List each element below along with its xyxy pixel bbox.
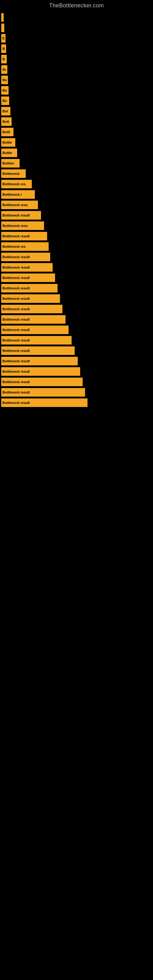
bar-label: Bottleneck result — [2, 318, 30, 321]
bar-label: Bottleneck result — [2, 370, 30, 373]
bar-label: Bottleneck result — [2, 297, 30, 301]
bar-item: Bo — [1, 76, 8, 84]
bar-label: Bottleneck resu — [2, 224, 28, 228]
bar-item: Bottleneck result — [1, 284, 57, 293]
bar-label: B — [2, 47, 5, 51]
bar-label: Bottleneck result — [2, 328, 30, 332]
bar-label: Bottleneck result — [2, 401, 30, 404]
bar-label: Bottle — [2, 151, 12, 155]
bar-row: Bottle — [0, 138, 153, 147]
bar-row: Bottleneck result — [0, 388, 153, 396]
bar-item: Bottleneck result — [1, 367, 80, 376]
bar-item: Bott — [1, 117, 12, 126]
bar-item: Bottleneck result — [1, 388, 85, 396]
bar-item: Bottleneck result — [1, 211, 41, 220]
bar-row: Bottleneck result — [0, 367, 153, 376]
bar-label: Bo — [2, 89, 7, 92]
bar-row: Bottleneck result — [0, 294, 153, 303]
bar-item: Bottleneck result — [1, 398, 88, 407]
bar-row — [0, 13, 153, 22]
bar-row: Bottleneck res — [0, 242, 153, 251]
bar-item: Bo — [1, 65, 7, 74]
bar-item: Bottleneck r — [1, 190, 35, 199]
bar-label: Bot — [2, 109, 8, 113]
bar-row: Bottleneck result — [0, 253, 153, 261]
bar-label: Bottleneck r — [2, 192, 22, 196]
bar-row: Bottleneck res — [0, 180, 153, 188]
bar-row: B — [0, 34, 153, 43]
bar-label: Bottleneck result — [2, 349, 30, 353]
bar-item: Bottleneck resu — [1, 200, 38, 209]
site-title: TheBottlenecker.com — [0, 0, 153, 10]
bar-row: Bottleneck result — [0, 336, 153, 345]
bar-label: Bottleneck result — [2, 213, 30, 217]
bar-item: Bottle — [1, 138, 15, 147]
bar-item: Bottleneck result — [1, 378, 83, 386]
bar-row: Bo — [0, 86, 153, 95]
bar-item: Bottleneck resu — [1, 221, 44, 230]
bar-item: Bottlen — [1, 159, 19, 167]
bar-row: Bottleneck result — [0, 357, 153, 365]
bar-row: Bottleneck result — [0, 378, 153, 386]
bar-row: Bottle — [0, 148, 153, 157]
bar-row: Bottleneck result — [0, 398, 153, 407]
bar-label: Bottl — [2, 130, 10, 134]
bar-item: Bottl — [1, 128, 13, 136]
bar-row: Bot — [0, 107, 153, 115]
bar-label: Bottleneck result — [2, 307, 30, 311]
bar-label: Bo — [2, 99, 7, 103]
bar-label: Bo — [2, 68, 6, 72]
bar-label: Bottleneck result — [2, 276, 30, 280]
bar-label: Bott — [2, 120, 9, 123]
bar-row: Bottleneck result — [0, 232, 153, 240]
bar-label: Bo — [2, 78, 7, 82]
bar-row: Bottleneck result — [0, 284, 153, 293]
bar-row: Bottleneck r — [0, 190, 153, 199]
bar-item: Bo — [1, 86, 9, 95]
bar-item: Bottleneck result — [1, 336, 72, 345]
bar-row: Bottleneck result — [0, 274, 153, 282]
bar-row: Bo — [0, 97, 153, 105]
bar-label: Bottleneck result — [2, 390, 30, 394]
bar-label: Bottlen — [2, 161, 14, 165]
bar-row: Bottleneck result — [0, 346, 153, 355]
bar-label: B — [2, 37, 4, 40]
bar-label: Bottleneck result — [2, 266, 30, 269]
bar-row: Bottlen — [0, 159, 153, 167]
bar-item: B — [1, 34, 5, 43]
bar-row: Bottleneck result — [0, 305, 153, 313]
bar-row: Bottleneck result — [0, 315, 153, 324]
bar-label: Bottleneck result — [2, 339, 30, 342]
bar-row: Bott — [0, 117, 153, 126]
bar-label: Bottleneck res — [2, 182, 26, 186]
bar-label: B — [2, 57, 5, 61]
bar-label: Bottleneck res — [2, 245, 26, 248]
bar-label: Bottleneck result — [2, 286, 30, 290]
bar-row — [0, 24, 153, 32]
bar-row: Bottleneck resu — [0, 200, 153, 209]
bar-label: Bottleneck — [2, 172, 19, 175]
bar-row: Bottleneck resu — [0, 221, 153, 230]
bars-container: BBBBoBoBoBoBotBottBottlBottleBottleBottl… — [0, 10, 153, 409]
bar-label: Bottleneck result — [2, 380, 30, 384]
bar-row: Bo — [0, 76, 153, 84]
bar-item: Bottleneck result — [1, 294, 60, 303]
bar-item: Bottleneck result — [1, 357, 78, 365]
bar-row: Bottleneck result — [0, 263, 153, 272]
bar-item: Bottleneck res — [1, 242, 49, 251]
bar-item: Bottle — [1, 148, 17, 157]
bar-item — [1, 24, 4, 32]
bar-item: Bottleneck result — [1, 346, 75, 355]
bar-item: Bottleneck result — [1, 232, 47, 240]
bar-item: Bottleneck result — [1, 305, 62, 313]
bar-row: Bottleneck — [0, 169, 153, 178]
bar-row: Bottleneck result — [0, 326, 153, 334]
bar-item — [1, 13, 4, 22]
bar-item: B — [1, 55, 7, 64]
bar-label: Bottleneck result — [2, 255, 30, 259]
bar-row: Bottl — [0, 128, 153, 136]
bar-item: Bottleneck result — [1, 274, 55, 282]
bar-item: Bottleneck result — [1, 253, 50, 261]
bar-row: B — [0, 55, 153, 64]
bar-item: Bottleneck result — [1, 263, 53, 272]
